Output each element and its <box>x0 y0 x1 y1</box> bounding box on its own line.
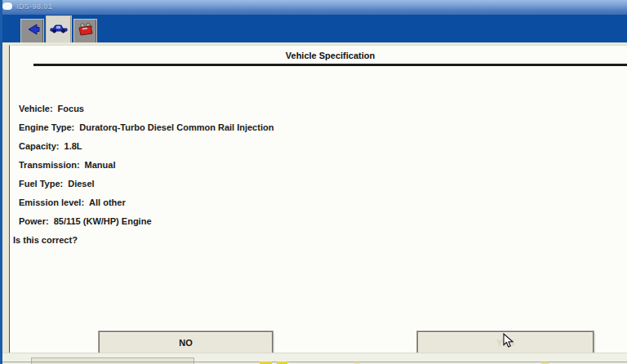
bottom-toolbar-button-edge <box>31 357 194 364</box>
window-title: IDS-98.01 <box>16 2 52 11</box>
toolbox-icon <box>78 22 94 40</box>
spec-power: Power:85/115 (KW/HP) Engine <box>19 216 619 235</box>
window-icon <box>2 2 12 10</box>
mouse-cursor-icon <box>503 333 514 351</box>
bolt-arrow-icon <box>25 23 40 39</box>
spec-transmission: Transmission:Manual <box>19 160 619 179</box>
vehicle-specification-panel: Vehicle Specification Vehicle:Focus Engi… <box>9 45 627 353</box>
content-frame: Vehicle Specification Vehicle:Focus Engi… <box>2 42 627 353</box>
tab-toolbox[interactable] <box>73 19 97 42</box>
window-left-border <box>0 0 2 364</box>
tab-menu[interactable] <box>20 19 44 42</box>
title-bar: IDS-98.01 <box>0 0 627 15</box>
spec-list: Vehicle:Focus Engine Type:Duratorq-Turbo… <box>19 104 619 235</box>
title-divider <box>33 64 627 66</box>
tab-strip <box>0 15 627 42</box>
page-title: Vehicle Specification <box>33 51 627 60</box>
confirmation-question: Is this correct? <box>13 235 78 245</box>
spec-emission-level: Emission level:All other <box>19 198 619 216</box>
bottom-divider <box>2 362 627 362</box>
ids-application-window: IDS-98.01 <box>0 0 627 364</box>
spec-vehicle: Vehicle:Focus <box>19 104 619 122</box>
spec-engine-type: Engine Type:Duratorq-Turbo Diesel Common… <box>19 122 619 141</box>
no-button[interactable]: NO <box>99 331 273 353</box>
spec-fuel-type: Fuel Type:Diesel <box>19 179 619 198</box>
spec-capacity: Capacity:1.8L <box>19 141 619 160</box>
tab-vehicle[interactable] <box>46 16 72 42</box>
car-icon <box>49 22 69 37</box>
bottom-toolbar <box>2 353 627 364</box>
